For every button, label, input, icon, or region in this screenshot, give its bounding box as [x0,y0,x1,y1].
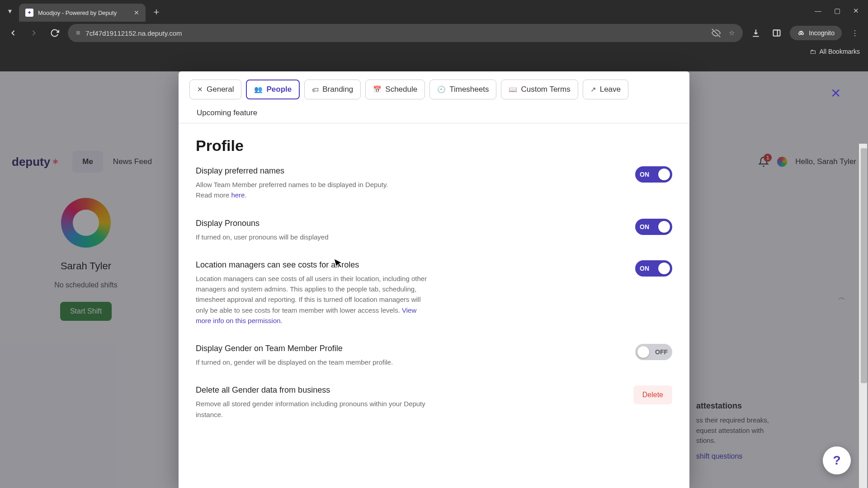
tab-custom-terms[interactable]: 📖Custom Terms [501,80,578,99]
desc-text: Location managers can see costs of all u… [196,275,427,314]
browser-menu-icon[interactable]: ⋮ [847,25,863,41]
tab-upcoming-label: Upcoming feature [197,108,257,117]
toggle-knob [658,221,670,233]
incognito-icon [797,29,805,37]
toggle-label: ON [640,265,649,272]
toggle-preferred-names[interactable]: ON [635,166,672,183]
setting-desc: Remove all stored gender information inc… [196,399,431,420]
setting-delete-gender: Delete all Gender data from business Rem… [196,385,672,420]
url-text: 7cf47d19112152.na.deputy.com [85,29,706,37]
tab-schedule[interactable]: 📅Schedule [365,80,425,99]
svg-point-3 [802,33,804,35]
setting-label: Location managers can see costs for all … [196,260,431,270]
incognito-label: Incognito [809,29,835,37]
exit-icon: ↗ [590,85,596,94]
browser-chrome: ▾ ✦ Moodjoy - Powered by Deputy ✕ + — ▢ … [0,0,868,60]
setting-text: Display Gender on Team Member Profile If… [196,344,393,367]
setting-pronouns: Display Pronouns If turned on, user pron… [196,219,672,242]
tab-people-label: People [266,85,292,94]
tab-branding-label: Branding [322,85,353,94]
setting-desc: Location managers can see costs of all u… [196,273,431,326]
side-panel-icon[interactable] [769,25,784,41]
setting-text: Display preferred names Allow Team Membe… [196,166,388,201]
toggle-display-gender[interactable]: OFF [635,344,672,360]
modal-body: Profile Display preferred names Allow Te… [179,123,689,477]
reload-button[interactable] [47,25,62,41]
readmore-suffix: . [245,191,246,199]
address-bar[interactable]: ≡ 7cf47d19112152.na.deputy.com ☆ [68,24,743,42]
tab-general[interactable]: ✕General [189,80,241,99]
tab-timesheets-label: Timesheets [449,85,489,94]
tab-leave-label: Leave [600,85,621,94]
all-bookmarks-link[interactable]: 🗀 All Bookmarks [810,48,860,55]
all-bookmarks-label: All Bookmarks [820,48,860,55]
tab-leave[interactable]: ↗Leave [583,80,628,99]
setting-label: Delete all Gender data from business [196,385,431,395]
tab-schedule-label: Schedule [385,85,417,94]
setting-desc: If turned on, user pronouns will be disp… [196,232,329,242]
toggle-label: ON [640,223,649,230]
site-settings-icon[interactable]: ≡ [76,29,80,37]
calendar-icon: 📅 [373,85,382,94]
setting-location-costs: Location managers can see costs for all … [196,260,672,326]
delete-gender-button[interactable]: Delete [633,385,672,404]
new-tab-button[interactable]: + [149,6,164,18]
toggle-pronouns[interactable]: ON [635,219,672,235]
toggle-knob [658,263,670,274]
modal-close-icon[interactable]: ✕ [830,86,841,101]
settings-modal: ✕General 👥People 🏷Branding 📅Schedule 🕘Ti… [179,71,689,488]
tab-bar: ▾ ✦ Moodjoy - Powered by Deputy ✕ + — ▢ … [0,0,868,22]
tab-close-icon[interactable]: ✕ [134,9,139,16]
tab-list-dropdown[interactable]: ▾ [5,5,15,16]
tab-title: Moodjoy - Powered by Deputy [38,9,129,16]
forward-button[interactable] [26,25,42,41]
back-button[interactable] [5,25,21,41]
setting-text: Display Pronouns If turned on, user pron… [196,219,329,242]
address-right: ☆ [712,28,735,38]
setting-label: Display Pronouns [196,219,329,228]
settings-tabs: ✕General 👥People 🏷Branding 📅Schedule 🕘Ti… [179,71,689,123]
setting-preferred-names: Display preferred names Allow Team Membe… [196,166,672,201]
tab-timesheets[interactable]: 🕘Timesheets [429,80,496,99]
folder-icon: 🗀 [810,48,816,55]
toggle-knob [658,169,670,180]
setting-label: Display Gender on Team Member Profile [196,344,393,353]
desc-text: Allow Team Member preferred names to be … [196,181,388,188]
tab-branding[interactable]: 🏷Branding [304,80,361,99]
setting-desc: If turned on, gender will be displayed o… [196,357,393,367]
incognito-indicator[interactable]: Incognito [790,26,842,40]
setting-label: Display preferred names [196,166,388,176]
downloads-icon[interactable] [748,25,764,41]
scrollbar-thumb[interactable] [861,148,867,383]
setting-desc: Allow Team Member preferred names to be … [196,179,388,201]
svg-point-2 [799,33,801,35]
tab-upcoming-feature[interactable]: Upcoming feature [189,104,264,123]
toggle-location-costs[interactable]: ON [635,260,672,277]
tab-general-label: General [207,85,234,94]
toggle-knob [637,346,649,358]
eye-off-icon[interactable] [712,28,721,38]
bookmark-star-icon[interactable]: ☆ [729,29,735,37]
tab-custom-terms-label: Custom Terms [521,85,570,94]
toggle-label: ON [640,171,649,178]
address-row: ≡ 7cf47d19112152.na.deputy.com ☆ Incogni… [0,22,868,44]
minimize-icon[interactable]: — [815,7,821,15]
section-title: Profile [196,137,672,155]
question-icon: ? [833,453,840,468]
window-controls: — ▢ ✕ [815,7,863,15]
close-window-icon[interactable]: ✕ [853,7,859,15]
readmore-prefix: Read more [196,191,231,199]
setting-text: Location managers can see costs for all … [196,260,431,326]
help-fab[interactable]: ? [823,446,851,474]
clock-icon: 🕘 [437,85,446,94]
bookmarks-bar: 🗀 All Bookmarks [0,44,868,60]
tools-icon: ✕ [197,85,203,94]
book-icon: 📖 [509,85,517,94]
readmore-link[interactable]: here [231,191,245,199]
browser-tab[interactable]: ✦ Moodjoy - Powered by Deputy ✕ [19,4,146,22]
tab-people[interactable]: 👥People [246,80,300,99]
favicon-icon: ✦ [25,9,33,17]
maximize-icon[interactable]: ▢ [834,7,840,15]
setting-text: Delete all Gender data from business Rem… [196,385,431,420]
setting-display-gender: Display Gender on Team Member Profile If… [196,344,672,367]
